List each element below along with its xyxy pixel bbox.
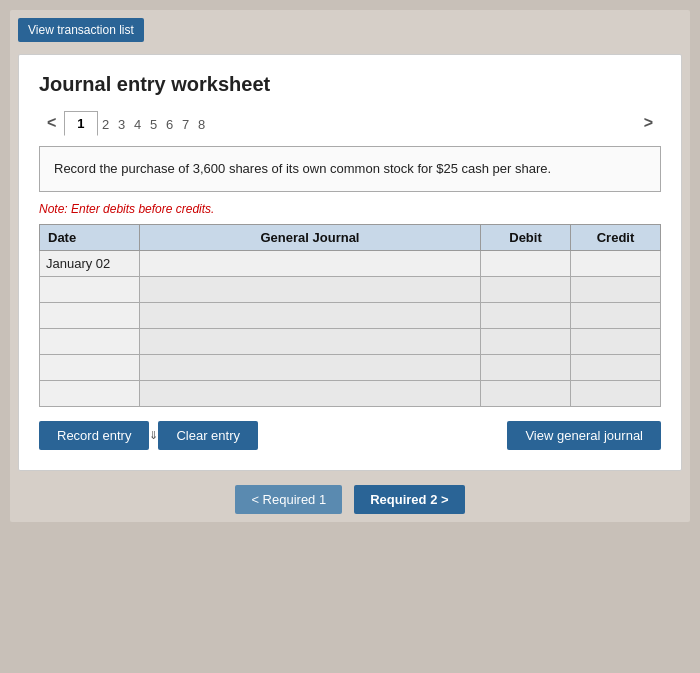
- bottom-navigation: < Required 1 Required 2 >: [18, 485, 682, 514]
- tab-sep-5: 6: [162, 117, 178, 136]
- journal-cell-5[interactable]: [140, 354, 481, 380]
- table-row: [40, 302, 661, 328]
- next-tab-arrow[interactable]: >: [636, 110, 661, 136]
- debit-cell-4[interactable]: [481, 328, 571, 354]
- credit-cell-1[interactable]: [571, 250, 661, 276]
- caret-icon: ⇓: [149, 429, 158, 442]
- note-text: Note: Enter debits before credits.: [39, 202, 661, 216]
- table-row: [40, 380, 661, 406]
- required1-button[interactable]: < Required 1: [235, 485, 342, 514]
- credit-cell-5[interactable]: [571, 354, 661, 380]
- tab-sep-2: 3: [114, 117, 130, 136]
- col-header-date: Date: [40, 224, 140, 250]
- journal-cell-3[interactable]: [140, 302, 481, 328]
- table-row: January 02: [40, 250, 661, 276]
- date-cell-1: January 02: [40, 250, 140, 276]
- debit-cell-2[interactable]: [481, 276, 571, 302]
- outer-container: View transaction list Journal entry work…: [10, 10, 690, 522]
- credit-cell-3[interactable]: [571, 302, 661, 328]
- credit-cell-4[interactable]: [571, 328, 661, 354]
- description-box: Record the purchase of 3,600 shares of i…: [39, 146, 661, 192]
- journal-table: Date General Journal Debit Credit Januar…: [39, 224, 661, 407]
- credit-cell-6[interactable]: [571, 380, 661, 406]
- date-cell-4: [40, 328, 140, 354]
- col-header-credit: Credit: [571, 224, 661, 250]
- required2-button[interactable]: Required 2 >: [354, 485, 464, 514]
- prev-tab-arrow[interactable]: <: [39, 110, 64, 136]
- tab-sep-7: 8: [194, 117, 210, 136]
- debit-cell-3[interactable]: [481, 302, 571, 328]
- table-row: [40, 328, 661, 354]
- action-buttons: Record entry ⇓ Clear entry View general …: [39, 421, 661, 450]
- date-cell-3: [40, 302, 140, 328]
- table-row: [40, 354, 661, 380]
- tab-sep-4: 5: [146, 117, 162, 136]
- col-header-general-journal: General Journal: [140, 224, 481, 250]
- journal-cell-1[interactable]: [140, 250, 481, 276]
- view-transaction-button[interactable]: View transaction list: [18, 18, 144, 42]
- debit-cell-6[interactable]: [481, 380, 571, 406]
- tab-sep-3: 4: [130, 117, 146, 136]
- tab-navigation: < 1 2 3 4 5 6 7 8 >: [39, 110, 661, 136]
- debit-cell-5[interactable]: [481, 354, 571, 380]
- main-card: Journal entry worksheet < 1 2 3 4 5 6 7 …: [18, 54, 682, 471]
- journal-cell-6[interactable]: [140, 380, 481, 406]
- worksheet-title: Journal entry worksheet: [39, 73, 661, 96]
- debit-cell-1[interactable]: [481, 250, 571, 276]
- tab-sep-6: 7: [178, 117, 194, 136]
- date-cell-5: [40, 354, 140, 380]
- clear-entry-button[interactable]: Clear entry: [158, 421, 258, 450]
- tab-sep-1: 2: [98, 117, 114, 136]
- view-general-journal-button[interactable]: View general journal: [507, 421, 661, 450]
- date-cell-2: [40, 276, 140, 302]
- record-entry-button[interactable]: Record entry: [39, 421, 149, 450]
- credit-cell-2[interactable]: [571, 276, 661, 302]
- date-cell-6: [40, 380, 140, 406]
- table-row: [40, 276, 661, 302]
- journal-cell-2[interactable]: [140, 276, 481, 302]
- tab-1[interactable]: 1: [64, 111, 97, 136]
- col-header-debit: Debit: [481, 224, 571, 250]
- journal-cell-4[interactable]: [140, 328, 481, 354]
